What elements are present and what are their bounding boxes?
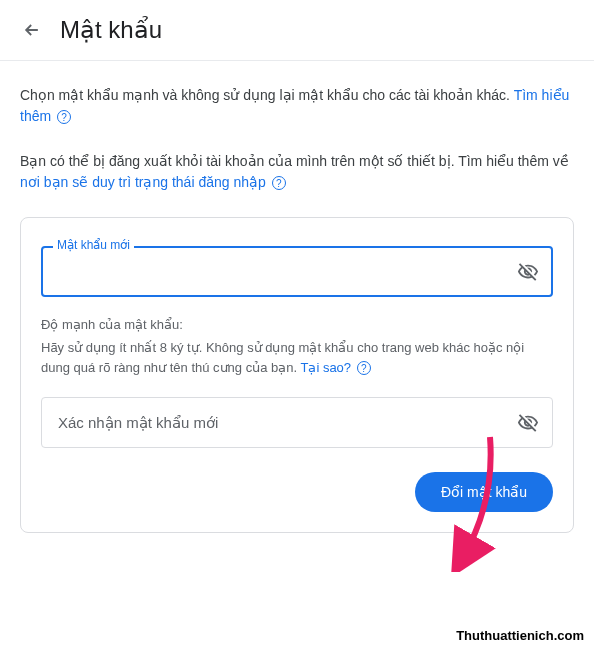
content-area: Chọn mật khẩu mạnh và không sử dụng lại … [0,61,594,533]
arrow-back-icon [22,20,42,40]
password-form-card: Mật khẩu mới Độ mạnh của mật khẩu: Hãy s… [20,217,574,533]
page-header: Mật khẩu [0,0,594,61]
eye-off-icon [517,261,539,283]
stay-signed-in-link[interactable]: nơi bạn sẽ duy trì trạng thái đăng nhập … [20,174,286,190]
description-paragraph-1: Chọn mật khẩu mạnh và không sử dụng lại … [20,85,574,127]
confirm-password-wrapper [41,397,553,448]
help-icon: ? [272,176,286,190]
desc-text-1: Chọn mật khẩu mạnh và không sử dụng lại … [20,87,514,103]
strength-description: Hãy sử dụng ít nhất 8 ký tự. Không sử dụ… [41,338,553,377]
button-row: Đổi mật khẩu [41,472,553,512]
change-password-button[interactable]: Đổi mật khẩu [415,472,553,512]
help-icon: ? [357,361,371,375]
toggle-visibility-button[interactable] [517,261,539,283]
strength-title: Độ mạnh của mật khẩu: [41,317,553,332]
page-title: Mật khẩu [60,16,162,44]
eye-off-icon [517,412,539,434]
toggle-visibility-button[interactable] [517,412,539,434]
back-button[interactable] [20,18,44,42]
new-password-label: Mật khẩu mới [53,238,134,252]
watermark-text: Thuthuattienich.com [456,628,584,643]
description-paragraph-2: Bạn có thể bị đăng xuất khỏi tài khoản c… [20,151,574,193]
new-password-wrapper: Mật khẩu mới [41,246,553,297]
confirm-password-input[interactable] [41,397,553,448]
help-icon: ? [57,110,71,124]
desc-text-2: Bạn có thể bị đăng xuất khỏi tài khoản c… [20,153,569,169]
why-link[interactable]: Tại sao? ? [300,360,370,375]
new-password-input[interactable] [41,246,553,297]
password-strength-section: Độ mạnh của mật khẩu: Hãy sử dụng ít nhấ… [41,317,553,377]
